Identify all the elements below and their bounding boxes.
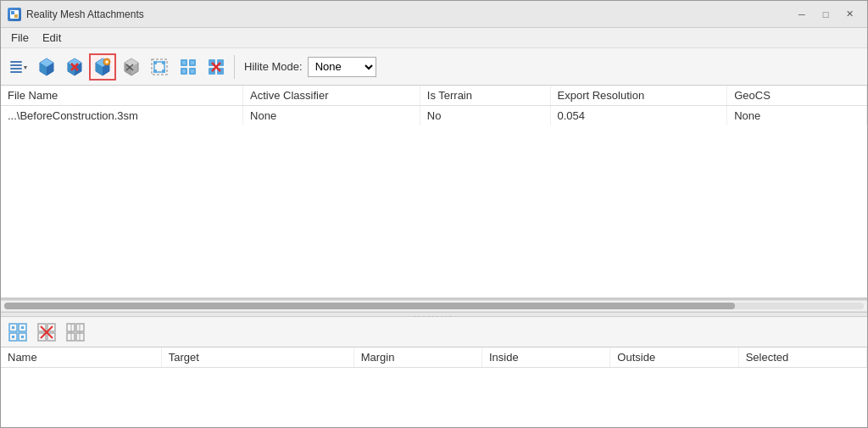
svg-rect-53 [12, 326, 14, 329]
lower-col-name: Name [1, 347, 161, 368]
scissors-button[interactable] [118, 53, 145, 81]
main-content: File Name Active Classifier Is Terrain E… [1, 86, 867, 427]
lower-table-header: Name Target Margin Inside Outside Select… [1, 347, 867, 368]
hilite-mode-label: Hilite Mode: [244, 60, 303, 73]
toolbar: Hilite Mode: None All Selected [1, 48, 867, 86]
svg-rect-41 [182, 69, 186, 73]
lower-section: Name Target Margin Inside Outside Select… [1, 317, 867, 427]
settings-clipping-button[interactable] [62, 319, 89, 346]
menu-bar: File Edit [1, 28, 867, 48]
lower-col-inside: Inside [481, 347, 609, 368]
delete-mesh-button[interactable] [61, 53, 88, 81]
toolbar-group-4 [175, 53, 230, 81]
toolbar-group-3 [118, 53, 173, 81]
close-button[interactable]: ✕ [838, 6, 860, 23]
svg-rect-34 [162, 69, 165, 73]
svg-rect-39 [182, 61, 186, 64]
svg-point-23 [106, 60, 108, 63]
svg-rect-5 [10, 68, 22, 69]
title-bar: Reality Mesh Attachments ─ □ ✕ [1, 1, 867, 28]
cell-resolution: 0.054 [550, 106, 727, 126]
svg-rect-33 [153, 69, 157, 73]
upper-table-area: File Name Active Classifier Is Terrain E… [1, 86, 867, 300]
toolbar-group-1 [4, 53, 31, 81]
svg-marker-7 [24, 66, 27, 69]
lower-col-margin: Margin [353, 347, 481, 368]
upper-table-header: File Name Active Classifier Is Terrain E… [1, 86, 867, 106]
scrollbar-thumb[interactable] [4, 303, 735, 309]
add-clipping-button[interactable] [4, 319, 31, 346]
toolbar-separator [234, 55, 235, 79]
window-controls: ─ □ ✕ [791, 6, 860, 23]
title-bar-left: Reality Mesh Attachments [8, 8, 144, 21]
svg-rect-54 [21, 326, 24, 329]
cell-geocs: None [727, 106, 867, 126]
svg-rect-6 [10, 71, 22, 73]
svg-rect-1 [11, 11, 14, 14]
col-header-resolution: Export Resolution [550, 86, 727, 106]
horizontal-scrollbar[interactable] [1, 300, 867, 312]
col-header-filename: File Name [1, 86, 243, 106]
col-header-geocs: GeoCS [727, 86, 867, 106]
restore-button[interactable]: □ [815, 6, 837, 23]
lower-table-area: Name Target Margin Inside Outside Select… [1, 347, 867, 427]
svg-rect-40 [191, 61, 194, 64]
svg-rect-32 [162, 61, 165, 64]
menu-file[interactable]: File [4, 30, 36, 46]
hilite-mode-select[interactable]: None All Selected [308, 57, 376, 77]
svg-rect-42 [191, 69, 194, 73]
app-icon [8, 8, 21, 21]
menu-edit[interactable]: Edit [36, 30, 68, 46]
remove-clipping-button[interactable] [33, 319, 60, 346]
lower-table: Name Target Margin Inside Outside Select… [1, 347, 867, 368]
remove-classifier-button[interactable] [203, 53, 230, 81]
cell-filename: ...\BeforeConstruction.3sm [1, 106, 243, 126]
lower-col-outside: Outside [610, 347, 738, 368]
toolbar-group-2 [33, 53, 116, 81]
cell-classifier: None [243, 106, 420, 126]
svg-rect-55 [12, 336, 14, 338]
list-view-button[interactable] [4, 53, 31, 81]
svg-rect-56 [21, 336, 24, 338]
col-header-classifier: Active Classifier [243, 86, 420, 106]
add-mesh-button[interactable] [33, 53, 60, 81]
scrollbar-track [4, 303, 864, 309]
main-window: Reality Mesh Attachments ─ □ ✕ File Edit [0, 0, 868, 428]
svg-rect-31 [153, 61, 157, 64]
lower-col-target: Target [161, 347, 353, 368]
lower-toolbar [1, 317, 867, 347]
window-title: Reality Mesh Attachments [26, 8, 144, 20]
svg-rect-2 [14, 14, 18, 18]
minimize-button[interactable]: ─ [791, 6, 813, 23]
svg-rect-3 [10, 61, 22, 63]
upper-table: File Name Active Classifier Is Terrain E… [1, 86, 867, 125]
cell-terrain: No [420, 106, 550, 126]
table-row[interactable]: ...\BeforeConstruction.3sm None No 0.054… [1, 106, 867, 126]
edit-mesh-button[interactable] [89, 53, 116, 81]
lower-col-selected: Selected [738, 347, 866, 368]
boundary-button[interactable] [146, 53, 173, 81]
svg-rect-4 [10, 64, 22, 66]
classifier-button[interactable] [175, 53, 202, 81]
col-header-terrain: Is Terrain [420, 86, 550, 106]
